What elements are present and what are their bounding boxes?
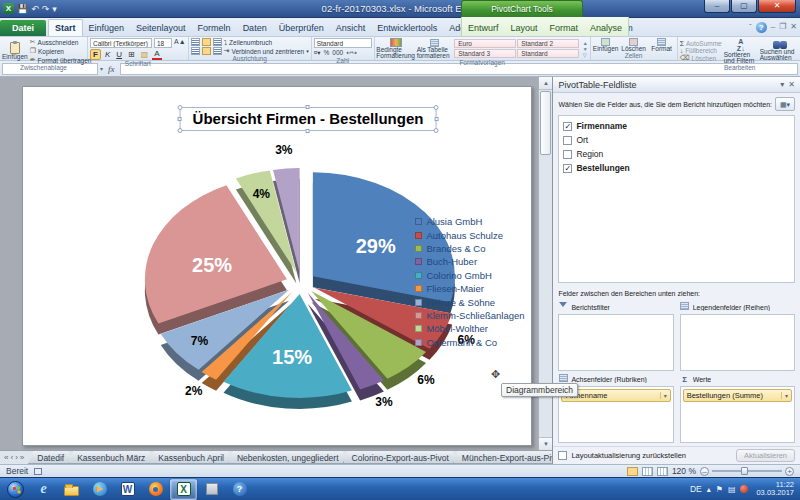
scrollbar-thumb[interactable] — [540, 91, 551, 155]
paste-button[interactable]: Einfügen — [2, 42, 28, 60]
zoom-slider[interactable]: – + — [700, 467, 794, 476]
tab-ansicht[interactable]: Ansicht — [330, 20, 372, 36]
prev-sheet-icon[interactable]: ‹ — [10, 453, 13, 462]
scroll-up-icon[interactable]: ▲ — [539, 77, 552, 90]
format-painter-button[interactable]: ✒Format übertragen — [30, 56, 92, 64]
legend-item[interactable]: Colorino GmbH — [415, 269, 519, 282]
legend-item[interactable]: Fliesen-Maier — [415, 282, 519, 295]
chart-area[interactable]: Übersicht Firmen - Bestellungen 29%6%6%3… — [22, 86, 532, 446]
grow-font-icon[interactable]: A▲ — [174, 38, 186, 48]
legend-item[interactable]: Möbel-Wolther — [415, 322, 519, 335]
sheet-tab[interactable]: Kassenbuch April — [149, 451, 233, 464]
field-row[interactable]: ✓Firmenname — [563, 119, 790, 133]
gallery-scroll-icons[interactable]: ▲▼▽ — [583, 40, 588, 58]
word-icon[interactable]: W — [114, 479, 141, 500]
tab-entwurf[interactable]: Entwurf — [462, 20, 505, 36]
format-as-table-button[interactable]: Als Tabelle formatieren — [417, 39, 453, 59]
tab-analyse[interactable]: Analyse — [584, 20, 628, 36]
antivirus-icon[interactable] — [740, 485, 748, 493]
selection-handle[interactable] — [433, 105, 438, 110]
start-button[interactable] — [2, 479, 29, 500]
defer-layout-checkbox[interactable] — [558, 451, 567, 460]
pane-dropdown-icon[interactable]: ▾ — [780, 80, 784, 89]
tab-überprüfen[interactable]: Überprüfen — [273, 20, 330, 36]
field-checkbox[interactable] — [563, 150, 572, 159]
tab-seitenlayout[interactable]: Seitenlayout — [130, 20, 192, 36]
close-button[interactable]: ✕ — [758, 0, 796, 13]
tab-format[interactable]: Format — [544, 20, 585, 36]
sheet-tab[interactable]: Kassenbuch März — [68, 451, 154, 464]
align-left-icon[interactable] — [191, 47, 200, 55]
sheet-tab[interactable]: München-Export-aus-Pivot — [453, 451, 553, 464]
legend-item[interactable]: Brandes & Co — [415, 242, 519, 255]
field-row[interactable]: Ort — [563, 133, 790, 147]
field-checkbox[interactable]: ✓ — [563, 164, 572, 173]
zoom-level[interactable]: 120 % — [672, 466, 696, 476]
selection-handle[interactable] — [306, 105, 310, 109]
align-top-icon[interactable] — [191, 38, 200, 46]
field-checkbox[interactable]: ✓ — [563, 122, 572, 131]
internet-explorer-icon[interactable]: e — [30, 479, 57, 500]
last-sheet-icon[interactable]: » — [20, 453, 24, 462]
font-color-icon[interactable]: A — [152, 50, 161, 60]
redo-icon[interactable]: ↷ — [42, 4, 50, 14]
field-checkbox[interactable] — [563, 136, 572, 145]
merge-center-button[interactable]: Verbinden und zentrieren▾ — [231, 48, 308, 55]
help-icon[interactable]: ? — [756, 22, 767, 33]
tab-layout[interactable]: Layout — [505, 20, 544, 36]
chart-legend[interactable]: Alusia GmbHAutohaus SchulzeBrandes & CoB… — [415, 215, 519, 349]
maximize-button[interactable]: ▢ — [731, 0, 757, 13]
sheet-tab[interactable]: Nebenkosten, ungegliedert — [228, 451, 348, 464]
macro-record-icon[interactable] — [34, 468, 42, 475]
field-list[interactable]: ✓FirmennameOrtRegion✓Bestellungen — [558, 115, 795, 283]
tray-expand-icon[interactable]: ▴ — [707, 485, 711, 494]
language-indicator[interactable]: DE — [690, 484, 702, 494]
chart-title[interactable]: Übersicht Firmen - Bestellungen — [180, 107, 437, 131]
font-family-select[interactable]: Calibri (Textkörper) — [90, 38, 152, 48]
wrap-text-button[interactable]: Zeilenumbruch — [229, 39, 272, 46]
percent-style-icon[interactable]: % — [324, 49, 330, 57]
indent-icon[interactable]: ⇥ — [224, 47, 230, 55]
zoom-thumb[interactable] — [741, 467, 748, 475]
sheet-tab[interactable]: Datedif — [28, 451, 73, 464]
action-center-flag-icon[interactable]: ⚑ — [716, 485, 723, 494]
area-box[interactable] — [558, 314, 673, 371]
sheet-tab[interactable]: Colorino-Export-aus-Pivot — [343, 451, 458, 464]
excel-app-icon[interactable]: X — [3, 3, 14, 14]
network-icon[interactable]: ▤ — [728, 485, 736, 494]
dropdown-icon[interactable]: ▾ — [660, 392, 667, 399]
minimize-button[interactable]: – — [704, 0, 730, 13]
orientation-icon[interactable]: ⤵ — [224, 39, 228, 46]
selection-handle[interactable] — [434, 117, 438, 121]
field-row[interactable]: Region — [563, 147, 790, 161]
pane-close-icon[interactable]: ✕ — [788, 80, 795, 89]
first-sheet-icon[interactable]: « — [4, 453, 8, 462]
copy-button[interactable]: ❐Kopieren — [30, 47, 92, 55]
tray-clock[interactable]: 11:22 03.03.2017 — [753, 481, 794, 497]
format-cells-button[interactable]: Format — [649, 38, 675, 52]
sort-filter-button[interactable]: AZ↓ Sortieren und Filtern — [724, 38, 758, 64]
conditional-formatting-button[interactable]: Bedingte Formatierung — [377, 38, 415, 59]
cell-style-item[interactable]: Standard 3 — [454, 49, 516, 58]
tab-datei[interactable]: Datei — [0, 20, 46, 36]
delete-cells-button[interactable]: Löschen — [621, 38, 647, 52]
tab-einfügen[interactable]: Einfügen — [83, 20, 131, 36]
legend-item[interactable]: Ostermann & Co — [415, 336, 519, 349]
legend-item[interactable]: Klemm-Schließanlagen — [415, 309, 519, 322]
tab-daten[interactable]: Daten — [237, 20, 273, 36]
area-box[interactable] — [680, 314, 795, 371]
accounting-format-icon[interactable]: ¤▾ — [314, 49, 321, 57]
number-format-select[interactable]: Standard — [314, 38, 372, 48]
save-icon[interactable]: 💾 — [17, 4, 28, 14]
excel-icon[interactable]: X — [170, 479, 197, 500]
field-row[interactable]: ✓Bestellungen — [563, 161, 790, 175]
selection-handle[interactable] — [178, 105, 183, 110]
windows-explorer-icon[interactable] — [58, 479, 85, 500]
media-player-icon[interactable]: ▶ — [86, 479, 113, 500]
cell-style-item[interactable]: Standard — [517, 49, 579, 58]
align-center-icon[interactable] — [202, 47, 211, 55]
comma-style-icon[interactable]: 000 — [332, 49, 343, 57]
legend-item[interactable]: Autohaus Schulze — [415, 228, 519, 241]
help-icon[interactable]: ? — [226, 479, 253, 500]
autosum-button[interactable]: ΣAutoSumme — [680, 40, 722, 47]
